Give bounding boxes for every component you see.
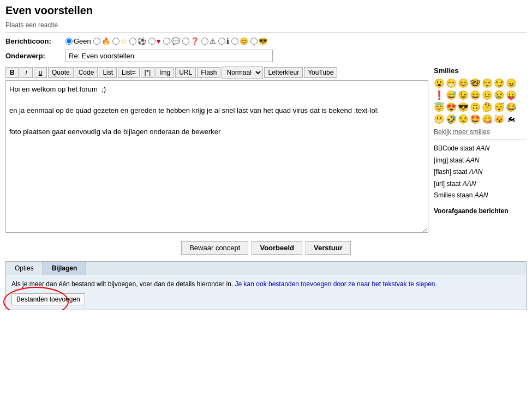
icon-option-speech[interactable]: 💬 xyxy=(163,37,180,45)
icon-option-info[interactable]: ℹ xyxy=(218,37,229,45)
editor-toolbar: B i u Quote Code List List= [*] Img URL … xyxy=(5,67,428,79)
verstuur-button[interactable]: Verstuur xyxy=(306,241,351,255)
toolbar-youtube[interactable]: YouTube xyxy=(304,67,337,78)
smiley[interactable]: 😍 xyxy=(446,101,457,112)
smiley[interactable]: 😊 xyxy=(458,77,469,88)
page-title: Even voorstellen xyxy=(0,0,532,19)
toolbar-list-ordered[interactable]: List= xyxy=(118,67,140,78)
icon-option-question[interactable]: ❓ xyxy=(182,37,199,45)
smilies-more-link[interactable]: Bekijk meer smilies xyxy=(434,128,490,136)
attach-button-container: Bestanden toevoegen xyxy=(11,293,85,305)
smiley[interactable]: 😄 xyxy=(470,89,481,100)
toolbar-size-select[interactable]: Normaal Groot Klein xyxy=(222,67,263,79)
smiley[interactable]: 😁 xyxy=(446,77,457,88)
smilies-panel: Smilies 😮 😁 😊 🤓 😌 😏 😠 ❗ 😅 😉 😄 😐 😢 😛 😇 😍 … xyxy=(434,67,527,234)
toolbar-code[interactable]: Code xyxy=(75,67,98,78)
smiley[interactable]: 😉 xyxy=(458,89,469,100)
smiley[interactable]: 😏 xyxy=(494,77,505,88)
toolbar-underline[interactable]: u xyxy=(34,67,47,78)
smiley[interactable]: 🙃 xyxy=(470,101,481,112)
smiley[interactable]: 😮 xyxy=(434,77,445,88)
toolbar-img[interactable]: Img xyxy=(156,67,174,78)
smiley[interactable]: 🤣 xyxy=(446,113,457,124)
icon-option-smile[interactable]: 😊 xyxy=(231,37,248,45)
smiley[interactable]: 😂 xyxy=(506,101,517,112)
smiley[interactable]: 😼 xyxy=(494,113,505,124)
tabs-area: Opties Bijlagen Als je meer dan één best… xyxy=(5,261,527,310)
toolbar-letterkleur[interactable]: Letterkleur xyxy=(264,67,303,78)
tab-content-bijlagen: Als je meer dan één bestand wilt bijvoeg… xyxy=(6,275,526,310)
smiley[interactable]: 😇 xyxy=(434,101,445,112)
voorbeeld-button[interactable]: Voorbeeld xyxy=(252,241,302,255)
smiley[interactable]: 😛 xyxy=(506,89,517,100)
toolbar-list[interactable]: List xyxy=(99,67,117,78)
smiley[interactable]: 🤓 xyxy=(470,77,481,88)
smiley[interactable]: 😢 xyxy=(494,89,505,100)
smiley[interactable]: 😐 xyxy=(482,89,493,100)
toolbar-quote[interactable]: Quote xyxy=(48,67,74,78)
smiley[interactable]: 😴 xyxy=(494,101,505,112)
icon-options: Geen 🔥 ☆ ⚽ ♥ 💬 xyxy=(65,37,267,45)
icon-option-geen[interactable]: Geen xyxy=(65,37,91,45)
icon-option-fire[interactable]: 🔥 xyxy=(93,37,110,45)
smilies-title: Smilies xyxy=(434,67,527,75)
smiley[interactable]: 😅 xyxy=(446,89,457,100)
tab-bijlagen[interactable]: Bijlagen xyxy=(43,262,87,275)
bewaar-concept-button[interactable]: Bewaar concept xyxy=(181,241,248,255)
tab-headers: Opties Bijlagen xyxy=(6,262,526,275)
tab-opties[interactable]: Opties xyxy=(6,262,43,275)
icon-label: Berichticoon: xyxy=(5,37,65,45)
message-textarea[interactable]: Hoi en welkom op het forum ;) en ja eenm… xyxy=(5,80,428,233)
icon-option-face2[interactable]: 😎 xyxy=(250,37,267,45)
prev-messages-label: Voorafgaande berichten xyxy=(434,207,527,215)
bestanden-toevoegen-button[interactable]: Bestanden toevoegen xyxy=(11,293,85,305)
toolbar-bold[interactable]: B xyxy=(5,67,19,78)
toolbar-list-item[interactable]: [*] xyxy=(141,67,154,78)
icon-option-heart[interactable]: ♥ xyxy=(148,37,161,45)
smiley[interactable]: 🤩 xyxy=(470,113,481,124)
smiley[interactable]: 😌 xyxy=(482,77,493,88)
smiley[interactable]: 😬 xyxy=(434,113,445,124)
icon-option-ball[interactable]: ⚽ xyxy=(129,37,146,45)
subject-input[interactable] xyxy=(65,50,273,62)
bbcode-status: BBCode staat AAN [img] staat AAN [flash]… xyxy=(434,143,527,202)
smiley[interactable]: 🤔 xyxy=(482,101,493,112)
smiley[interactable]: 😠 xyxy=(506,77,517,88)
smiley[interactable]: ❗ xyxy=(434,89,445,100)
smilies-grid: 😮 😁 😊 🤓 😌 😏 😠 ❗ 😅 😉 😄 😐 😢 😛 😇 😍 😎 🙃 🤔 xyxy=(434,77,527,124)
subject-label: Onderwerp: xyxy=(5,52,65,60)
action-buttons: Bewaar concept Voorbeeld Verstuur xyxy=(0,241,532,255)
smiley[interactable]: 🏍 xyxy=(506,113,517,124)
tab-info-text: Als je meer dan één bestand wilt bijvoeg… xyxy=(11,279,521,289)
toolbar-flash[interactable]: Flash xyxy=(197,67,220,78)
icon-option-warning[interactable]: ⚠ xyxy=(201,37,216,45)
smiley[interactable]: 😎 xyxy=(458,101,469,112)
toolbar-url[interactable]: URL xyxy=(175,67,196,78)
toolbar-italic[interactable]: i xyxy=(20,67,33,78)
smiley[interactable]: 😒 xyxy=(458,113,469,124)
smiley[interactable]: 😋 xyxy=(482,113,493,124)
section-header: Plaats een reactie xyxy=(5,19,527,33)
icon-option-star[interactable]: ☆ xyxy=(112,37,127,45)
